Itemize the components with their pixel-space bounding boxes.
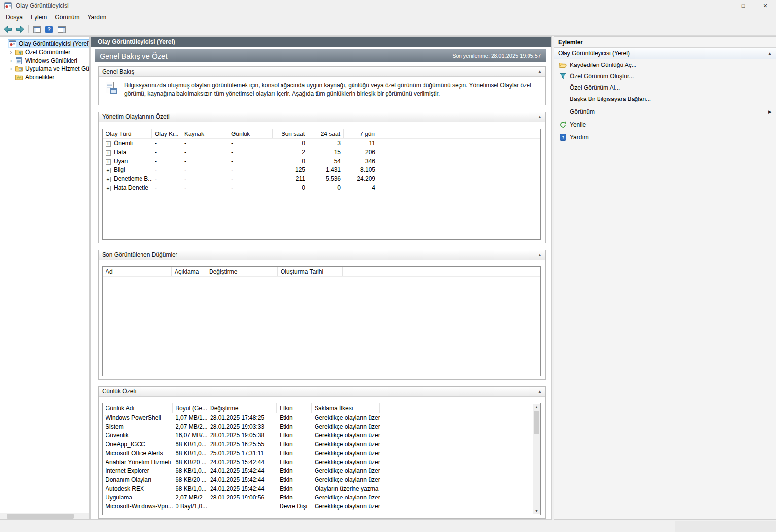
overview-group-header[interactable]: Genel Bakış ▲ (99, 67, 545, 77)
maximize-button[interactable]: □ (733, 0, 754, 12)
action-item[interactable]: Özel Görünüm Oluştur... (554, 70, 776, 82)
table-cell: 68 KB/1,0... (173, 467, 207, 474)
expand-plus-icon[interactable]: + (106, 177, 111, 182)
column-header[interactable]: Saklama İlkesi (312, 403, 380, 413)
column-header[interactable]: Günlük Adı (103, 403, 173, 413)
table-cell: Autodesk REX (103, 485, 173, 492)
chevron-right-icon[interactable]: › (7, 49, 15, 55)
table-row[interactable]: +Uyarı---054346 (103, 157, 540, 166)
table-row[interactable]: Autodesk REX68 KB/1,0...24.01.2025 15:42… (103, 484, 540, 493)
collapse-icon[interactable]: ▲ (538, 69, 542, 74)
tree-item[interactable]: ›Özel Görünümler (0, 48, 89, 56)
table-cell: 2,07 MB/2... (173, 423, 207, 430)
column-header[interactable]: Ad (103, 267, 172, 276)
vertical-scrollbar[interactable]: ▲ ▼ (533, 404, 540, 514)
table-cell: +Hata Denetle (103, 184, 152, 191)
log-summary-group-header[interactable]: Günlük Özeti ▲ (99, 387, 545, 397)
show-console-tree-button[interactable] (31, 24, 43, 35)
column-header[interactable]: Değiştirme (207, 403, 277, 413)
expand-plus-icon[interactable]: + (106, 150, 111, 156)
admin-summary-table: Olay TürüOlay Ki...KaynakGünlükSon saat2… (102, 129, 541, 240)
table-row[interactable]: Sistem2,07 MB/2...28.01.2025 19:03:33Etk… (103, 422, 540, 431)
recent-nodes-group-header[interactable]: Son Görüntülenen Düğümler ▲ (99, 250, 545, 260)
table-row[interactable]: Windows PowerShell1,07 MB/1...28.01.2025… (103, 413, 540, 422)
table-row[interactable]: Güvenlik16,07 MB/...28.01.2025 19:05:38E… (103, 431, 540, 440)
table-row[interactable]: Anahtar Yönetim Hizmeti68 KB/20 ...24.01… (103, 458, 540, 466)
column-header[interactable]: Boyut (Ge... (173, 403, 207, 413)
chevron-right-icon[interactable]: › (7, 57, 15, 64)
column-header[interactable]: Değiştirme (206, 267, 278, 276)
column-header[interactable]: 24 saat (308, 129, 344, 138)
expand-plus-icon[interactable]: + (106, 186, 111, 191)
column-header[interactable]: Kaynak (181, 129, 228, 138)
column-header[interactable]: Olay Ki... (152, 129, 181, 138)
table-row[interactable]: Microsoft-Windows-Vpn...0 Bayt/1,0...Dev… (103, 502, 540, 511)
collapse-icon[interactable]: ▲ (538, 253, 542, 257)
help-button[interactable]: ? (43, 24, 55, 35)
column-header[interactable]: Etkin (277, 403, 312, 413)
menu-help[interactable]: Yardım (83, 12, 110, 22)
expand-plus-icon[interactable]: + (106, 141, 111, 147)
table-row[interactable]: +Denetleme B...---2115.53624.209 (103, 174, 540, 183)
table-cell: 68 KB/1,0... (173, 485, 207, 492)
column-header[interactable]: Son saat (273, 129, 308, 138)
action-label: Özel Görünüm Al... (570, 84, 620, 91)
table-row[interactable]: OneApp_IGCC68 KB/1,0...28.01.2025 16:25:… (103, 440, 540, 449)
table-row[interactable]: +Önemli---0311 (103, 139, 540, 148)
table-row[interactable]: Internet Explorer68 KB/1,0...24.01.2025 … (103, 466, 540, 475)
show-action-pane-button[interactable] (55, 24, 68, 35)
actions-section-header[interactable]: Olay Görüntüleyicisi (Yerel) ▲ (554, 48, 776, 59)
table-cell: Gerektikçe olayların üzer... (312, 414, 380, 421)
table-row[interactable]: +Bilgi---1251.4318.105 (103, 166, 540, 174)
admin-summary-group-header[interactable]: Yönetim Olaylarının Özeti ▲ (99, 112, 545, 122)
table-cell: 2 (273, 149, 308, 156)
table-row[interactable]: Uygulama2,07 MB/2...28.01.2025 19:00:56E… (103, 493, 540, 502)
back-button[interactable] (1, 24, 14, 35)
column-header[interactable]: 7 gün (344, 129, 378, 138)
main-content: Olay Görüntüleyicisi (Yerel)›Özel Görünü… (0, 36, 776, 520)
tree-item-highlight: Uygulama ve Hizmet Günlükleri (15, 65, 89, 73)
action-item[interactable]: Özel Görünüm Al... (554, 82, 776, 93)
tree-item[interactable]: ›Uygulama ve Hizmet Günlükleri (0, 65, 89, 73)
scroll-thumb[interactable] (534, 411, 539, 434)
chevron-right-icon[interactable]: › (7, 66, 15, 72)
action-item[interactable]: ?Yardım (554, 132, 776, 143)
expand-plus-icon[interactable]: + (106, 159, 111, 165)
minimize-button[interactable]: ─ (711, 0, 733, 12)
action-item[interactable]: Başka Bir Bilgisayara Bağlan... (554, 93, 776, 104)
table-cell: Etkin (277, 441, 312, 448)
menu-view[interactable]: Görünüm (51, 12, 83, 22)
action-item[interactable]: Kaydedilen Günlüğü Aç... (554, 59, 776, 70)
action-item[interactable]: Görünüm▶ (554, 106, 776, 117)
svg-text:?: ? (562, 134, 564, 140)
table-row[interactable]: +Hata---215206 (103, 148, 540, 157)
tree-item[interactable]: Olay Görüntüleyicisi (Yerel) (0, 39, 89, 48)
actions-pane: Eylemler Olay Görüntüleyicisi (Yerel) ▲ … (554, 36, 776, 520)
expand-plus-icon[interactable]: + (106, 168, 111, 173)
tree-item[interactable]: ›Windows Günlükleri (0, 56, 89, 65)
table-row[interactable]: +Hata Denetle---004 (103, 183, 540, 192)
column-header[interactable]: Günlük (228, 129, 273, 138)
table-row[interactable]: Donanım Olayları68 KB/20 ...24.01.2025 1… (103, 475, 540, 484)
action-item[interactable]: Yenile (554, 119, 776, 130)
menu-file[interactable]: Dosya (2, 12, 27, 22)
tree-item[interactable]: Abonelikler (0, 73, 89, 81)
menu-action[interactable]: Eylem (27, 12, 51, 22)
close-button[interactable]: ✕ (754, 0, 776, 12)
collapse-icon[interactable]: ▲ (768, 51, 772, 56)
column-header[interactable]: Açıklama (172, 267, 206, 276)
table-cell: Etkin (277, 450, 312, 457)
event-viewer-icon (9, 40, 17, 47)
scroll-thumb[interactable] (7, 514, 74, 519)
column-header[interactable]: Olay Türü (103, 129, 152, 138)
forward-button[interactable] (14, 24, 26, 35)
collapse-icon[interactable]: ▲ (538, 389, 542, 394)
column-header[interactable]: Oluşturma Tarihi (278, 267, 343, 276)
collapse-icon[interactable]: ▲ (538, 115, 542, 119)
table-body: +Önemli---0311+Hata---215206+Uyarı---054… (103, 139, 540, 192)
tree-item-label: Windows Günlükleri (25, 57, 77, 64)
tree-horizontal-scrollbar[interactable] (0, 513, 89, 519)
scroll-up-icon[interactable]: ▲ (533, 404, 540, 410)
scroll-down-icon[interactable]: ▼ (533, 508, 540, 514)
table-row[interactable]: Microsoft Office Alerts68 KB/1,0...25.01… (103, 449, 540, 458)
